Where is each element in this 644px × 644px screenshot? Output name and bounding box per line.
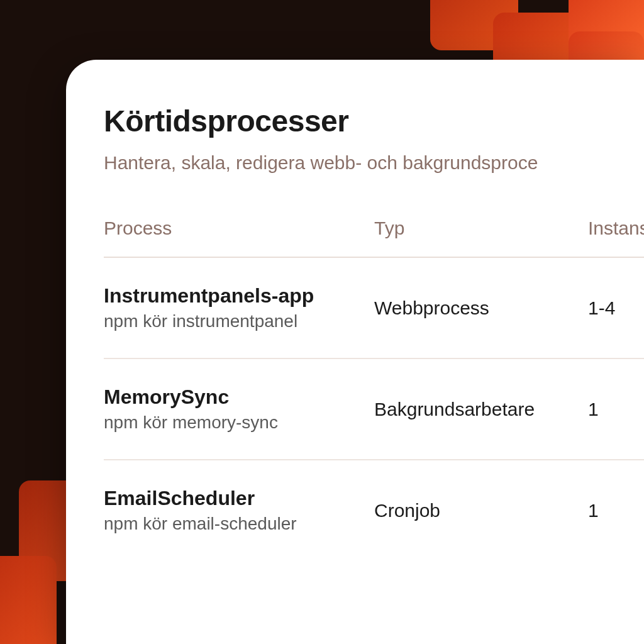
process-instances: 1-4: [588, 297, 644, 319]
column-header-type: Typ: [374, 218, 588, 239]
table-row[interactable]: EmailScheduler npm kör email-scheduler C…: [104, 460, 644, 560]
process-instances: 1: [588, 399, 644, 420]
process-name: Instrumentpanels-app: [104, 284, 374, 308]
table-row[interactable]: Instrumentpanels-app npm kör instrumentp…: [104, 258, 644, 359]
process-instances: 1: [588, 500, 644, 521]
decorative-tile: [0, 556, 57, 644]
process-name: MemorySync: [104, 386, 374, 409]
process-name: EmailScheduler: [104, 487, 374, 510]
processes-card: Körtidsprocesser Hantera, skala, rediger…: [66, 60, 644, 644]
process-command: npm kör instrumentpanel: [104, 311, 374, 331]
process-command: npm kör memory-sync: [104, 413, 374, 433]
table-header: Process Typ Instans: [104, 218, 644, 258]
table-row[interactable]: MemorySync npm kör memory-sync Bakgrunds…: [104, 359, 644, 460]
process-command: npm kör email-scheduler: [104, 514, 374, 534]
process-type: Bakgrundsarbetare: [374, 399, 588, 420]
process-type: Cronjob: [374, 500, 588, 521]
page-title: Körtidsprocesser: [104, 104, 644, 138]
page-subtitle: Hantera, skala, redigera webb- och bakgr…: [104, 152, 644, 174]
process-type: Webbprocess: [374, 297, 588, 319]
processes-table: Process Typ Instans Instrumentpanels-app…: [104, 218, 644, 560]
column-header-process: Process: [104, 218, 374, 239]
column-header-instances: Instans: [588, 218, 644, 239]
